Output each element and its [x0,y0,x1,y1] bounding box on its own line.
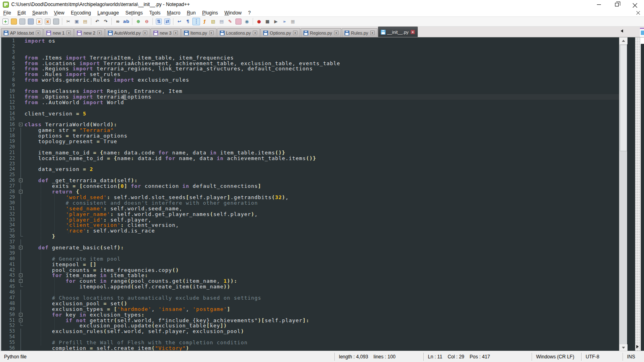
menu-view[interactable]: View [51,9,68,16]
split-view-editor-sliver[interactable] [640,37,644,351]
view-splitter-grip[interactable] [635,37,640,351]
code-text[interactable]: # Generate item pool [25,256,121,262]
cut-icon[interactable]: ✂ [64,18,72,25]
tab-close-icon[interactable]: x [209,31,214,35]
code-text[interactable]: exits = [connection[0] for connection in… [25,183,261,189]
find-icon[interactable]: ∞ [114,18,122,25]
code-area[interactable]: 1import os234from .Items import Terraria… [1,37,627,351]
code-text[interactable]: location_name_to_id = {name: data.id for… [25,156,316,161]
undo-icon[interactable]: ↶ [93,18,101,25]
code-text[interactable]: exclusion_pool = set() [25,301,128,306]
menu-help[interactable]: ? [245,9,254,16]
macro-play-icon[interactable]: ▶ [272,18,280,25]
restore-button[interactable] [608,0,626,9]
code-text[interactable]: 'seed_name': self.world.seed_name, [25,206,182,212]
fold-collapse-icon[interactable]: - [19,246,23,249]
tab-close-icon[interactable]: x [97,31,102,35]
menu-settings[interactable]: Settings [122,9,146,16]
menu-file[interactable]: File [0,9,14,16]
code-text[interactable]: if not getattr(self.world, f"include_{ke… [25,318,310,323]
folder-workspace-icon[interactable] [235,19,242,25]
tab-items.py[interactable]: Items.pyx [181,28,217,37]
menu-plugins[interactable]: Plugins [199,9,221,16]
code-text[interactable]: client_version = 5 [25,111,86,117]
tab-close-icon[interactable]: x [66,31,71,35]
tab-close-icon[interactable]: x [36,31,40,35]
scroll-down-icon[interactable] [619,344,627,351]
replace-icon[interactable]: ab [122,18,130,25]
save-all-icon[interactable] [28,19,34,25]
word-wrap-icon[interactable]: ↩ [175,18,183,25]
code-text[interactable]: from worlds.generic.Rules import exclusi… [25,77,189,83]
tab-__init__.py[interactable]: __init__.pyx [378,27,418,37]
tab-close-icon[interactable]: x [253,31,257,35]
code-text[interactable]: from .Rules import set_rules [25,72,121,77]
tab-new-2[interactable]: new 2x [74,28,104,37]
code-text[interactable]: topology_present = True [25,139,117,144]
split-view-tab-sliver[interactable] [640,28,644,37]
minimize-button[interactable] [590,0,608,9]
code-text[interactable]: from .Locations import TerrariaAchieveme… [25,61,340,66]
tab-autoworld.py[interactable]: AutoWorld.pyx [105,28,150,37]
zoom-in-icon[interactable]: ⊕ [134,18,142,25]
fold-margin[interactable]: - [17,189,25,195]
code-text[interactable]: class TerrariaWorld(World): [25,122,117,128]
scrollbar-thumb[interactable] [620,45,627,151]
menu-search[interactable]: Search [29,9,51,16]
code-text[interactable]: 'player_id': self.player, [25,217,151,223]
code-text[interactable]: itempool = [] [25,262,97,267]
sync-vertical-icon[interactable]: ⇅ [156,19,162,25]
code-text[interactable]: return { [25,189,79,195]
code-text[interactable]: for count in range(pool_counts.get(item_… [25,278,237,284]
fold-margin[interactable]: - [17,278,25,284]
menu-close-icon[interactable] [636,10,641,15]
macro-record-icon[interactable]: ● [255,18,263,25]
copy-icon[interactable]: ▣ [73,18,80,25]
tab-ap-ideas.txt[interactable]: AP Ideas.txtx [1,28,43,37]
tab-regions.py[interactable]: Regions.pyx [301,28,341,37]
code-text[interactable]: def _get_terraria_data(self): [25,178,138,183]
zoom-out-icon[interactable]: ⊖ [143,18,151,25]
fold-collapse-icon[interactable]: - [19,279,23,283]
status-eol-format[interactable]: Windows (CR LF) [532,353,581,361]
tab-close-icon[interactable]: x [293,31,297,35]
open-folder-icon[interactable] [11,19,17,25]
tab-locations.py[interactable]: Locations.pyx [217,28,260,37]
code-text[interactable]: pool_counts = item_frequencies.copy() [25,267,179,273]
status-encoding[interactable]: UTF-8 [582,353,623,361]
macro-stop-icon[interactable]: ■ [264,18,271,25]
show-all-characters-icon[interactable]: ¶ [184,18,192,25]
menu-tools[interactable]: Tools [146,9,164,16]
tab-scroll-left-icon[interactable] [621,29,623,33]
fold-margin[interactable]: - [17,178,25,183]
vertical-scrollbar[interactable] [619,37,627,351]
fold-margin[interactable]: - [17,273,25,278]
macro-run-multiple-icon[interactable]: » [281,18,288,25]
fold-collapse-icon[interactable]: - [19,319,23,322]
scroll-up-icon[interactable] [619,37,627,44]
code-text[interactable]: game: str = "Terraria" [25,128,114,133]
function-list-icon[interactable]: ƒ [201,18,208,25]
tab-rules.py[interactable]: Rules.pyx [342,28,378,37]
code-text[interactable]: 'race': self.world.is_race [25,228,155,234]
code-text[interactable]: from .Items import TerrariaItem, item_ta… [25,55,234,61]
code-text[interactable]: # Choose locations to automatically excl… [25,295,261,301]
code-text[interactable]: item_name_to_id = {name: data.code for n… [25,150,285,156]
tab-close-icon[interactable]: x [334,31,339,35]
code-text[interactable]: data_version = 2 [25,167,93,172]
code-text[interactable]: from ..AutoWorld import World [25,100,124,105]
document-list-icon[interactable]: ▤ [218,18,225,25]
close-file-icon[interactable]: x [36,19,42,25]
status-typing-mode[interactable]: INS [623,353,644,361]
code-text[interactable]: 'client_version': client_version, [25,222,179,228]
document-map-icon[interactable]: ▧ [209,18,217,25]
fold-collapse-icon[interactable]: - [19,313,23,317]
code-text[interactable]: # consistent and doesn't interfere with … [25,200,258,206]
code-text[interactable]: def generate_basic(self): [25,245,124,251]
edit-pen-icon[interactable]: ✎ [226,18,234,25]
code-text[interactable]: for item_name in item_table: [25,273,148,278]
code-text[interactable]: options = terraria_options [25,133,128,139]
menu-macro[interactable]: Macro [164,9,184,16]
fold-margin[interactable]: - [17,122,25,128]
code-text[interactable]: itempool.append(self.create_item(item_na… [25,284,231,290]
